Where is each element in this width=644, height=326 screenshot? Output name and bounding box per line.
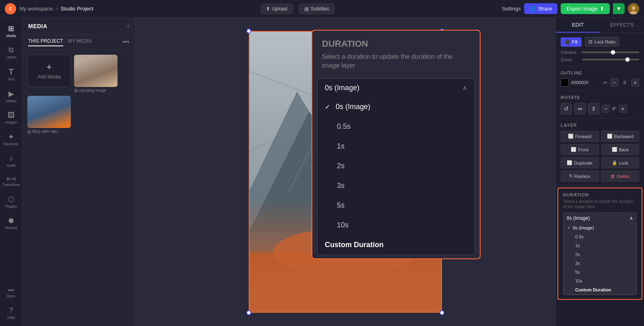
sidebar-item-text[interactable]: T Text	[2, 64, 21, 85]
tab-edit[interactable]: EDIT	[556, 18, 600, 33]
media-panel-header: MEDIA ‹	[23, 18, 135, 35]
duration-option-3s[interactable]: 3s	[318, 176, 475, 196]
media-item-camping: ▤ camping image	[74, 55, 118, 93]
duration-select-header[interactable]: 0s (Image) ∧	[318, 79, 475, 97]
front-button[interactable]: ⬜ Front	[561, 144, 599, 155]
duration-popup-header: DURATION Select a duration to update the…	[312, 31, 480, 75]
duration-option-0s-image[interactable]: ✓ 0s (Image)	[318, 97, 475, 117]
camping-thumbnail[interactable]	[74, 55, 118, 87]
duration-option-custom[interactable]: Custom Duration	[318, 235, 475, 255]
option-label: 10s	[337, 221, 349, 229]
moly-icon: ▤	[27, 129, 31, 134]
duration-option-1s[interactable]: 1s	[318, 136, 475, 156]
mini-option-label: 0s (Image)	[573, 225, 594, 230]
rotate-minus-button[interactable]: −	[602, 105, 610, 113]
sidebar-item-plugins[interactable]: ⬡ Plugins	[2, 192, 21, 212]
forward-button[interactable]: ⬜ Forward	[561, 131, 599, 142]
mini-option-10s[interactable]: 10s	[564, 276, 636, 285]
layers-icon: ⧉	[8, 46, 14, 54]
flip-v-button[interactable]: ⇕	[588, 103, 599, 114]
tab-this-project[interactable]: THIS PROJECT	[28, 38, 63, 46]
help-icon: ?	[9, 306, 13, 315]
duration-mini-value: 0s (Image)	[567, 215, 590, 221]
export-button[interactable]: Export Image ⬆	[561, 3, 609, 14]
tab-my-media[interactable]: MY MEDIA	[68, 38, 92, 46]
sidebar-item-videos[interactable]: ▶ Videos	[2, 86, 21, 106]
canvas-area[interactable]: DURATION Select a duration to update the…	[135, 18, 555, 326]
add-media-button[interactable]: + Add Media	[27, 55, 71, 87]
mini-option-custom[interactable]: Custom Duration	[564, 285, 636, 294]
sidebar-item-transitions[interactable]: ⊳⊲ Transitions	[2, 172, 21, 190]
media-icon: ⊞	[8, 24, 14, 33]
fill-button[interactable]: ⬛ Fill	[561, 37, 582, 47]
back-button[interactable]: ⬜ Back	[601, 144, 640, 155]
mini-option-label: 2s	[575, 252, 580, 257]
handle-top-left[interactable]	[246, 29, 251, 33]
mini-option-3s[interactable]: 3s	[564, 259, 636, 268]
media-more-options[interactable]: •••	[122, 38, 129, 46]
mini-check-icon: ✓	[567, 226, 570, 230]
outline-color-swatch[interactable]	[561, 78, 569, 87]
pen-icon[interactable]: ✏	[603, 80, 608, 86]
sidebar-item-help[interactable]: ? Help	[2, 303, 21, 323]
settings-button[interactable]: Settings	[502, 6, 521, 12]
corners-slider-thumb[interactable]	[611, 50, 615, 55]
media-collapse-button[interactable]: ‹	[127, 23, 129, 30]
fill-section: ⬛ Fill ⛝ Lock Ratio Corners Zoom	[556, 33, 644, 66]
share-button[interactable]: 👤 Share	[524, 3, 558, 14]
handle-bottom-right[interactable]	[440, 310, 444, 315]
zoom-slider[interactable]	[582, 59, 639, 60]
mini-option-2s[interactable]: 2s	[564, 250, 636, 259]
sidebar-item-audio[interactable]: ♪ Audio	[2, 151, 21, 171]
left-sidebar: ⊞ Media ⧉ Layers T Text ▶ Videos 🖼 Image…	[0, 18, 23, 326]
lock-button[interactable]: 🔒 Lock	[601, 157, 640, 168]
more-label: More	[7, 294, 15, 298]
sidebar-item-record[interactable]: ⏺ Record	[2, 213, 21, 233]
mini-option-0.5s[interactable]: 0.5s	[564, 232, 636, 241]
mini-option-1s[interactable]: 1s	[564, 241, 636, 250]
breadcrumb: My workspace > Studio Project	[19, 6, 93, 12]
sidebar-item-media[interactable]: ⊞ Media	[2, 21, 21, 41]
sidebar-item-elements[interactable]: ✦ Elements	[2, 129, 21, 149]
lock-ratio-button[interactable]: ⛝ Lock Ratio	[585, 37, 619, 47]
subtitles-icon: ▤	[304, 6, 309, 12]
rotate-plus-button[interactable]: +	[619, 105, 627, 113]
tab-effects[interactable]: EFFECTS	[600, 18, 644, 33]
lock-icon: ⛝	[588, 39, 593, 44]
outline-title: OUTLINE	[561, 70, 639, 75]
backward-button[interactable]: ⬜ Backward	[601, 131, 640, 142]
flip-h-button[interactable]: ⇔	[574, 103, 586, 114]
svg-text:C: C	[9, 7, 12, 11]
duration-option-2s[interactable]: 2s	[318, 156, 475, 176]
handle-bottom-left[interactable]	[246, 310, 251, 315]
moly-thumbnail[interactable]	[27, 96, 71, 128]
layer-section: LAYER ⬜ Forward ⬜ Backward ⬜ Front ⬜ Bac…	[556, 119, 644, 186]
sidebar-item-layers[interactable]: ⧉ Layers	[2, 43, 21, 62]
images-label: Images	[5, 120, 17, 124]
svg-point-3	[632, 6, 636, 10]
replace-button[interactable]: ↻ Replace	[561, 171, 599, 182]
help-label: Help	[7, 316, 15, 320]
replace-icon: ↻	[569, 173, 573, 179]
workspace-link[interactable]: My workspace	[19, 6, 53, 12]
zoom-slider-thumb[interactable]	[625, 57, 630, 62]
duration-option-10s[interactable]: 10s	[318, 215, 475, 235]
rotate-ccw-button[interactable]: ↺	[561, 103, 572, 114]
export-dropdown-button[interactable]: ▼	[613, 3, 625, 14]
duplicate-button[interactable]: ⬜ Duplicate	[561, 157, 599, 168]
zoom-label: Zoom	[561, 57, 579, 62]
delete-button[interactable]: 🗑 Delete	[601, 171, 640, 182]
sidebar-item-more[interactable]: ••• More	[2, 284, 21, 301]
upload-button[interactable]: ⬆ Upload	[261, 4, 293, 14]
corners-slider[interactable]	[582, 52, 639, 53]
sidebar-item-images[interactable]: 🖼 Images	[2, 108, 21, 128]
outline-plus-button[interactable]: +	[631, 78, 639, 87]
duration-option-0.5s[interactable]: 0.5s	[318, 117, 475, 136]
duration-popup-title: DURATION	[322, 39, 470, 49]
duration-mini-select-header[interactable]: 0s (Image) ∧	[564, 213, 636, 223]
subtitles-button[interactable]: ▤ Subtitles	[299, 4, 334, 14]
mini-option-0s[interactable]: ✓ 0s (Image)	[564, 223, 636, 232]
mini-option-5s[interactable]: 5s	[564, 268, 636, 276]
duration-option-5s[interactable]: 5s	[318, 196, 475, 215]
outline-minus-button[interactable]: −	[610, 78, 618, 87]
